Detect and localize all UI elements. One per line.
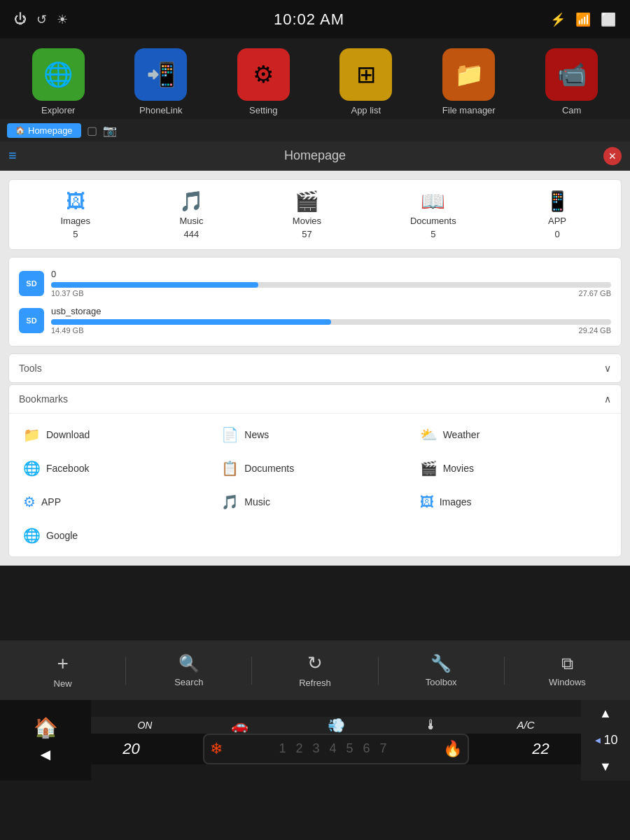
windshield-icon[interactable]: 🌡 (424, 717, 438, 733)
news-icon: 📄 (221, 426, 239, 443)
volume-down-button[interactable]: ▼ (599, 760, 612, 774)
bookmark-app[interactable]: ⚙ APP (19, 486, 214, 517)
documents-label: Documents (410, 216, 456, 226)
fan-num-3[interactable]: 3 (312, 741, 319, 756)
fan-num-6[interactable]: 6 (363, 741, 370, 756)
cam-label: Cam (562, 105, 581, 115)
fan-num-7[interactable]: 7 (380, 741, 387, 756)
new-tab-icon[interactable]: ▢ (87, 124, 97, 137)
download-label: Download (46, 429, 90, 440)
climate-top: ON 🚗 💨 🌡 A/C (91, 717, 581, 734)
fan-right-icon[interactable]: 🔥 (443, 740, 462, 758)
app-bar: 🌐 Explorer 📲 PhoneLink ⚙ Setting ⊞ App l… (0, 38, 630, 119)
storage-usb[interactable]: SD usb_storage 14.49 GB 29.24 GB (19, 302, 611, 339)
tools-label: Tools (19, 363, 42, 374)
media-movies[interactable]: 🎬 Movies 57 (293, 190, 321, 239)
media-documents[interactable]: 📖 Documents 5 (410, 190, 456, 239)
bookmark-app-icon: ⚙ (23, 493, 36, 510)
bookmark-app-label: APP (41, 496, 61, 507)
app-setting[interactable]: ⚙ Setting (237, 48, 290, 115)
homepage-tab[interactable]: 🏠 Homepage (7, 123, 81, 138)
sd0-name: 0 (51, 269, 611, 279)
media-music[interactable]: 🎵 Music 444 (179, 190, 204, 239)
bookmark-images[interactable]: 🖼 Images (416, 486, 611, 517)
sd0-info: 0 10.37 GB 27.67 GB (51, 269, 611, 298)
weather-icon: ⛅ (420, 426, 438, 443)
explorer-icon: 🌐 (32, 48, 85, 101)
usb-bar-container (51, 319, 611, 325)
usb-storage-icon: SD (19, 308, 44, 333)
volume-display: ◄ 10 (594, 733, 618, 748)
screen-icon: ⬜ (601, 12, 616, 27)
nav-search[interactable]: 🔍 Search (126, 654, 251, 687)
back-button[interactable]: ◄ (37, 745, 54, 764)
screenshot-icon[interactable]: 📷 (103, 124, 117, 137)
app-applist[interactable]: ⊞ App list (340, 48, 392, 115)
media-app[interactable]: 📱 APP 0 (545, 190, 570, 239)
bookmark-documents[interactable]: 📋 Documents (217, 453, 412, 484)
tools-section[interactable]: Tools ∨ (8, 354, 622, 383)
fan-num-4[interactable]: 4 (329, 741, 336, 756)
volume-up-button[interactable]: ▲ (599, 706, 612, 721)
hamburger-menu[interactable]: ≡ (8, 148, 17, 164)
fan-num-1[interactable]: 1 (279, 741, 286, 756)
documents-icon: 📖 (421, 190, 445, 213)
bookmark-music[interactable]: 🎵 Music (217, 486, 412, 517)
fan-num-2[interactable]: 2 (295, 741, 302, 756)
app-cam[interactable]: 📹 Cam (545, 48, 598, 115)
images-count: 5 (73, 229, 78, 239)
bookmark-images-icon: 🖼 (420, 494, 434, 510)
search-label: Search (174, 677, 203, 687)
nav-toolbox[interactable]: 🔧 Toolbox (379, 654, 504, 687)
applist-label: App list (351, 105, 381, 115)
app-phonelink[interactable]: 📲 PhoneLink (134, 48, 187, 115)
close-button[interactable]: ✕ (603, 147, 622, 165)
bookmark-facebook[interactable]: 🌐 Facebook (19, 453, 214, 484)
usb-total: 29.24 GB (579, 326, 611, 335)
storage-sd0[interactable]: SD 0 10.37 GB 27.67 GB (19, 265, 611, 302)
nav-refresh[interactable]: ↻ Refresh (252, 652, 377, 688)
bookmark-music-label: Music (244, 496, 270, 507)
sd0-icon: SD (19, 271, 44, 296)
climate-on-label[interactable]: ON (137, 720, 152, 731)
toolbox-icon: 🔧 (430, 654, 451, 673)
explorer-label: Explorer (41, 105, 75, 115)
climate-controls: ON 🚗 💨 🌡 A/C 20 ❄ 1 2 3 4 5 6 7 🔥 (91, 717, 581, 764)
google-icon: 🌐 (23, 527, 41, 544)
app-media-count: 0 (554, 229, 559, 239)
car-airflow-icon[interactable]: 🚗 (231, 717, 248, 734)
app-explorer[interactable]: 🌐 Explorer (32, 48, 85, 115)
temp-right[interactable]: 22 (532, 740, 549, 758)
refresh-icon[interactable]: ↺ (36, 12, 47, 27)
bookmark-download[interactable]: 📁 Download (19, 419, 214, 450)
tools-chevron-icon: ∨ (604, 363, 611, 374)
music-label: Music (179, 216, 203, 226)
music-icon: 🎵 (179, 190, 204, 213)
nav-new[interactable]: + New (0, 652, 125, 689)
home-button[interactable]: 🏠 (34, 716, 58, 739)
setting-icon: ⚙ (237, 48, 290, 101)
bookmark-movies[interactable]: 🎬 Movies (416, 453, 611, 484)
media-images[interactable]: 🖼 Images 5 (60, 190, 90, 239)
new-label: New (54, 678, 72, 689)
images-icon: 🖼 (66, 190, 85, 213)
bookmark-google[interactable]: 🌐 Google (19, 520, 214, 551)
climate-bottom: 20 ❄ 1 2 3 4 5 6 7 🔥 22 (91, 734, 581, 764)
bookmarks-header[interactable]: Bookmarks ∧ (9, 385, 621, 414)
fan-left-icon[interactable]: ❄ (210, 740, 223, 758)
brightness-icon[interactable]: ☀ (57, 12, 68, 27)
fan-direction-icon[interactable]: 💨 (328, 717, 345, 734)
app-filemanager[interactable]: 📁 File manager (442, 48, 496, 115)
phonelink-label: PhoneLink (139, 105, 182, 115)
bookmark-weather[interactable]: ⛅ Weather (416, 419, 611, 450)
documents-count: 5 (430, 229, 435, 239)
power-icon[interactable]: ⏻ (14, 12, 27, 27)
ac-button[interactable]: A/C (517, 719, 535, 731)
temp-left[interactable]: 20 (122, 740, 139, 758)
fan-display: ❄ 1 2 3 4 5 6 7 🔥 (203, 734, 469, 764)
volume-speaker-icon: ◄ (594, 735, 603, 746)
nav-windows[interactable]: ⧉ Windows (505, 654, 630, 687)
bookmark-news[interactable]: 📄 News (217, 419, 412, 450)
bookmark-movies-label: Movies (443, 463, 474, 474)
fan-num-5[interactable]: 5 (346, 741, 354, 756)
